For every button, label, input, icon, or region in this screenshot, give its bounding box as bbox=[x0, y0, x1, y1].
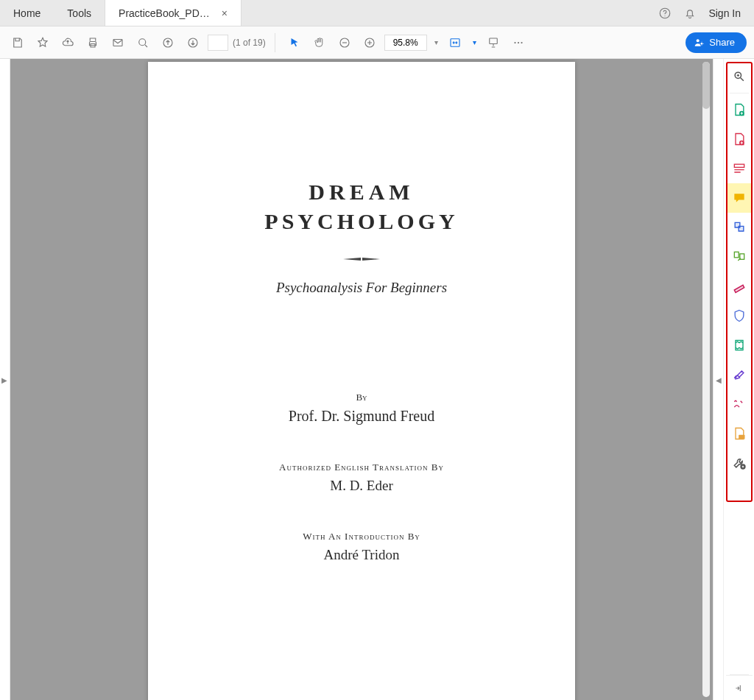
print-icon[interactable] bbox=[82, 32, 103, 53]
svg-point-12 bbox=[521, 41, 522, 43]
scrollbar-thumb[interactable] bbox=[702, 62, 710, 109]
pdf-page: DREAM PSYCHOLOGY Psychoanalysis For Begi… bbox=[148, 62, 575, 700]
selection-tool-icon[interactable] bbox=[284, 32, 305, 53]
zoom-dropdown-icon[interactable]: ▾ bbox=[433, 35, 440, 51]
close-tab-button[interactable]: × bbox=[222, 7, 228, 19]
page-up-icon[interactable] bbox=[158, 32, 178, 53]
doc-author: Prof. Dr. Sigmund Freud bbox=[177, 408, 546, 425]
fit-dropdown-icon[interactable]: ▾ bbox=[471, 35, 479, 51]
svg-point-10 bbox=[514, 41, 515, 43]
doc-title-line2: PSYCHOLOGY bbox=[177, 209, 546, 234]
tab-document[interactable]: PracticeBook_PD… × bbox=[105, 0, 242, 26]
more-tools-icon[interactable] bbox=[508, 32, 529, 53]
translation-label: Authorized English Translation By bbox=[177, 462, 546, 473]
by-label: By bbox=[177, 392, 546, 403]
rail-export-pdf-icon[interactable] bbox=[726, 124, 753, 154]
svg-rect-19 bbox=[734, 252, 739, 258]
rail-sign-cert-icon[interactable] bbox=[726, 389, 753, 419]
collapse-rail-icon bbox=[733, 682, 745, 694]
zoom-in-icon[interactable] bbox=[359, 32, 380, 53]
viewer-scrollbar[interactable] bbox=[702, 62, 710, 697]
doc-subtitle: Psychoanalysis For Beginners bbox=[177, 280, 546, 296]
star-icon[interactable] bbox=[32, 32, 53, 53]
svg-rect-2 bbox=[113, 39, 122, 46]
zoom-out-icon[interactable] bbox=[334, 32, 355, 53]
page-count-label: (1 of 19) bbox=[233, 38, 266, 48]
rail-compress-icon[interactable] bbox=[726, 330, 753, 360]
tabbar-right: Sign In bbox=[645, 0, 754, 26]
cloud-upload-icon[interactable] bbox=[57, 32, 78, 53]
share-label: Share bbox=[709, 37, 735, 48]
left-panel-handle[interactable]: ▶ bbox=[0, 59, 10, 700]
rail-redact-icon[interactable] bbox=[726, 272, 753, 301]
title-ornament bbox=[343, 256, 380, 261]
rail-combine-icon[interactable] bbox=[726, 213, 753, 242]
tab-home[interactable]: Home bbox=[0, 0, 54, 26]
rail-create-pdf-icon[interactable] bbox=[726, 95, 753, 124]
svg-rect-9 bbox=[489, 38, 497, 44]
toolbar-separator bbox=[275, 33, 275, 52]
svg-point-11 bbox=[518, 41, 519, 43]
rail-edit-pdf-icon[interactable] bbox=[726, 154, 753, 183]
help-icon[interactable] bbox=[658, 7, 672, 20]
tab-tools[interactable]: Tools bbox=[54, 0, 105, 26]
doc-title-line1: DREAM bbox=[177, 180, 546, 205]
page-number-input[interactable] bbox=[208, 35, 228, 51]
rail-comment-icon[interactable] bbox=[726, 183, 753, 213]
find-icon[interactable] bbox=[133, 32, 153, 53]
zoom-input[interactable] bbox=[384, 35, 427, 51]
svg-rect-18 bbox=[734, 164, 744, 167]
rail-divider bbox=[730, 93, 749, 93]
rail-protect-icon[interactable] bbox=[726, 301, 753, 330]
content-row: ▶ DREAM PSYCHOLOGY Psychoanalysis For Be… bbox=[0, 59, 754, 700]
tab-bar: Home Tools PracticeBook_PD… × Sign In bbox=[0, 0, 754, 26]
chevron-left-icon: ◀ bbox=[716, 375, 722, 383]
tabbar-spacer bbox=[242, 0, 645, 26]
doc-translator: M. D. Eder bbox=[177, 478, 546, 494]
svg-point-14 bbox=[701, 43, 703, 45]
rail-search-icon[interactable] bbox=[726, 62, 753, 91]
share-person-icon bbox=[693, 37, 705, 49]
svg-point-3 bbox=[139, 38, 146, 45]
share-button[interactable]: Share bbox=[686, 32, 747, 53]
svg-point-1 bbox=[665, 15, 666, 16]
tab-document-label: PracticeBook_PD… bbox=[119, 7, 210, 19]
tools-rail bbox=[723, 59, 754, 700]
rail-more-tools-icon[interactable] bbox=[726, 448, 753, 478]
document-viewer[interactable]: DREAM PSYCHOLOGY Psychoanalysis For Begi… bbox=[10, 59, 713, 700]
toolbar: (1 of 19) ▾ ▾ Share bbox=[0, 26, 754, 59]
rail-collapse-button[interactable] bbox=[726, 675, 753, 700]
fit-width-icon[interactable] bbox=[445, 32, 465, 53]
email-icon[interactable] bbox=[108, 32, 128, 53]
save-icon[interactable] bbox=[7, 32, 28, 53]
introduction-label: With An Introduction By bbox=[177, 531, 546, 542]
notifications-icon[interactable] bbox=[683, 7, 697, 20]
rail-fill-sign-icon[interactable] bbox=[726, 360, 753, 389]
rail-organize-icon[interactable] bbox=[726, 242, 753, 272]
chevron-right-icon: ▶ bbox=[1, 375, 7, 383]
svg-point-13 bbox=[697, 39, 700, 42]
page-down-icon[interactable] bbox=[183, 32, 203, 53]
sign-in-link[interactable]: Sign In bbox=[708, 7, 741, 19]
read-mode-icon[interactable] bbox=[483, 32, 504, 53]
hand-tool-icon[interactable] bbox=[309, 32, 330, 53]
rail-send-comments-icon[interactable] bbox=[726, 419, 753, 448]
doc-introducer: André Tridon bbox=[177, 547, 546, 563]
svg-rect-21 bbox=[739, 435, 744, 439]
right-panel-handle[interactable]: ◀ bbox=[713, 59, 723, 700]
